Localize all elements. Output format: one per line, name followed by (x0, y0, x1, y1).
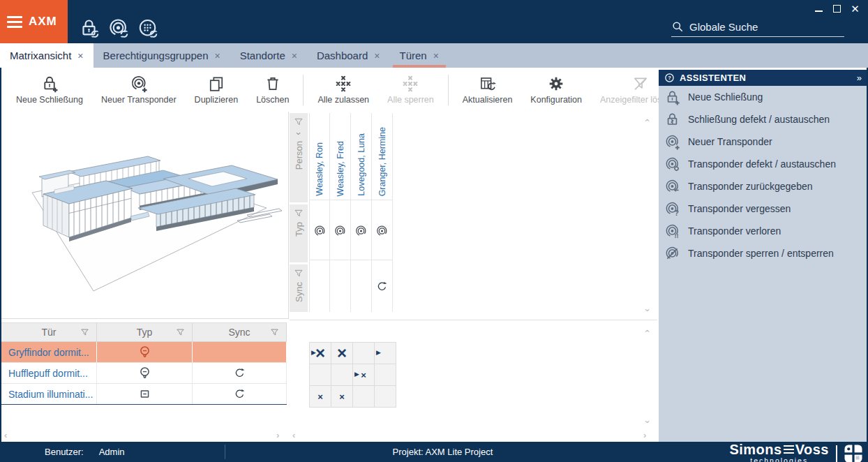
matrix-cell[interactable] (353, 343, 374, 364)
person-typ-cell[interactable] (372, 202, 392, 262)
new-transponder-button[interactable]: Neuer Transponder (92, 70, 186, 110)
person-header[interactable]: Weasley, Fred (330, 113, 350, 202)
tab-bar: Matrixansicht× Berechtigungsgruppen× Sta… (0, 43, 868, 68)
transponder-lost-icon: !! (664, 223, 680, 239)
person-sync-cell[interactable] (310, 262, 329, 310)
door-row-hufflepuff[interactable]: Hufflepuff dormit... (1, 363, 287, 384)
matrix-cell[interactable]: × (331, 386, 352, 407)
door-row-stadium[interactable]: Stadium illuminati... (1, 384, 287, 405)
matrix-cell[interactable]: ▶× (310, 343, 331, 364)
person-header[interactable]: Granger, Hermine (372, 113, 392, 202)
lock-sync-icon[interactable] (78, 17, 100, 39)
tab-close-icon[interactable]: × (215, 50, 220, 61)
refresh-matrix-icon (479, 75, 497, 93)
window-controls: ✕ (813, 3, 861, 15)
status-bar: Benutzer: Admin Projekt: AXM Lite Projec… (0, 442, 868, 462)
filter-icon[interactable] (293, 268, 304, 279)
column-header-typ[interactable]: Typ (97, 323, 193, 341)
tab-dashboard[interactable]: Dashboard× (307, 43, 390, 68)
refresh-button[interactable]: Aktualisieren (454, 70, 522, 110)
assistant-transponder-lost[interactable]: !! Transponder verloren (659, 220, 867, 242)
assistant-new-transponder[interactable]: Neuer Transponder (659, 131, 867, 153)
allow-all-button[interactable]: Alle zulassen (308, 70, 378, 110)
scroll-left-arrow[interactable]: ‹ (292, 431, 295, 440)
column-header-tuer[interactable]: Tür (1, 323, 97, 341)
matrix-cell[interactable]: × (331, 343, 352, 364)
assistant-transponder-returned[interactable]: Transponder zurückgegeben (659, 175, 867, 198)
matrix-cell[interactable]: ▶× (353, 364, 374, 385)
tab-berechtigungsgruppen[interactable]: Berechtigungsgruppen× (93, 43, 230, 68)
person-header[interactable]: Lovegood, Luna (351, 113, 371, 202)
block-all-button[interactable]: Alle sperren (378, 70, 443, 110)
app-name: AXM (29, 15, 57, 29)
person-header[interactable]: Weasley, Ron (310, 113, 329, 202)
person-typ-cell[interactable] (351, 202, 371, 262)
collapse-panel-icon[interactable]: » (857, 73, 861, 83)
tab-standorte[interactable]: Standorte× (230, 43, 307, 68)
scroll-up-arrow[interactable]: ‹ (643, 329, 652, 332)
filter-icon[interactable] (175, 327, 186, 338)
sync-refresh-icon (234, 388, 246, 400)
scroll-down-arrow[interactable]: › (643, 420, 652, 423)
tab-close-icon[interactable]: × (292, 50, 297, 61)
person-sync-cell[interactable] (372, 262, 392, 310)
person-typ-cell[interactable] (310, 202, 329, 262)
delete-button[interactable]: Löschen (247, 70, 298, 110)
toolbar-separator (448, 75, 449, 105)
person-sync-cell[interactable] (330, 262, 350, 310)
scroll-down-arrow[interactable]: › (643, 308, 652, 311)
new-lock-button[interactable]: Neue Schließung (7, 70, 92, 110)
matrix-cell[interactable] (310, 364, 331, 385)
matrix-cell[interactable] (331, 364, 352, 385)
matrix-cell[interactable] (375, 386, 396, 407)
matrix-cell[interactable] (353, 386, 374, 407)
matrix-header-typ[interactable]: Typ (290, 204, 308, 262)
matrix-cell[interactable]: × (310, 386, 331, 407)
assistant-lock-defect[interactable]: Schließung defekt / austauschen (659, 108, 867, 131)
tab-tueren[interactable]: Türen× (390, 43, 449, 68)
matrix-cell[interactable]: ▶ (375, 343, 396, 364)
lock-add-icon (664, 89, 680, 105)
transponder-sync-icon[interactable] (107, 17, 129, 39)
scroll-right-arrow[interactable]: › (643, 431, 646, 440)
person-sync-cell[interactable] (351, 262, 371, 310)
column-header-sync[interactable]: Sync (193, 323, 287, 341)
filter-icon[interactable] (293, 117, 304, 128)
main-menu-button[interactable]: AXM (0, 0, 68, 43)
maximize-button[interactable] (831, 3, 843, 15)
person-column: Lovegood, Luna (351, 113, 372, 312)
filter-icon[interactable] (269, 327, 280, 338)
scroll-left-arrow[interactable]: ‹ (4, 431, 7, 440)
sync-refresh-icon (234, 367, 246, 379)
tab-close-icon[interactable]: × (433, 50, 439, 61)
simonsvoss-logo: Simons Voss technologies (729, 442, 862, 462)
configuration-button[interactable]: Konfiguration (521, 70, 591, 110)
tab-close-icon[interactable]: × (77, 50, 83, 61)
matrix-header-sync[interactable]: Sync (290, 264, 308, 312)
person-typ-cell[interactable] (330, 202, 350, 262)
filter-icon[interactable] (80, 327, 90, 338)
tab-close-icon[interactable]: × (374, 50, 380, 61)
assistant-new-lock[interactable]: Neue Schließung (659, 86, 867, 108)
title-bar: AXM Globale Suche ✕ (0, 0, 868, 43)
assistant-transponder-defect[interactable]: Transponder defekt / austauschen (659, 153, 867, 175)
chevron-expand-icon[interactable]: › (294, 132, 304, 135)
transponder-icon (334, 225, 347, 238)
matrix-cell[interactable] (375, 364, 396, 385)
filter-icon[interactable] (293, 208, 304, 219)
transponder-add-icon (664, 134, 680, 150)
close-button[interactable]: ✕ (849, 3, 861, 15)
scroll-right-arrow[interactable]: › (276, 431, 279, 440)
duplicate-button[interactable]: Duplizieren (186, 70, 248, 110)
matrix-header-person[interactable]: › Person (290, 113, 308, 202)
assistants-header[interactable]: ? ASSISTENTEN » (659, 70, 867, 86)
assistant-transponder-block[interactable]: Transponder sperren / entsperren (659, 242, 867, 264)
door-row-gryffindor[interactable]: Gryffindor dormit... (1, 342, 287, 363)
assistant-transponder-forgotten[interactable]: ? Transponder vergessen (659, 198, 867, 220)
minimize-button[interactable] (813, 3, 825, 15)
global-search-input[interactable]: Globale Suche (671, 17, 844, 37)
tab-matrixansicht[interactable]: Matrixansicht× (0, 43, 93, 68)
allow-all-icon (334, 75, 352, 93)
pincode-sync-icon[interactable] (137, 17, 158, 39)
scroll-up-arrow[interactable]: ‹ (643, 119, 652, 121)
